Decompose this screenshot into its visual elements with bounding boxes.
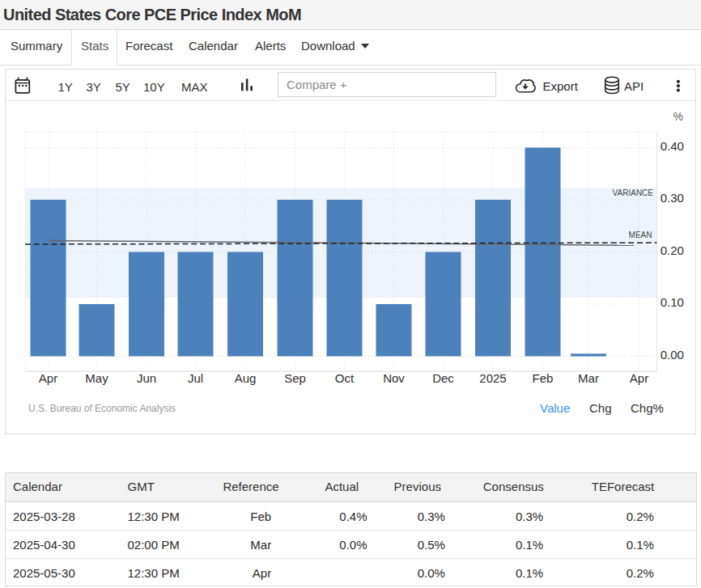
svg-text:Nov: Nov — [383, 371, 405, 385]
svg-text:Jun: Jun — [137, 371, 156, 385]
svg-text:Feb: Feb — [533, 371, 554, 385]
svg-text:Apr: Apr — [39, 371, 57, 385]
svg-text:Aug: Aug — [235, 371, 257, 385]
svg-text:VARIANCE: VARIANCE — [613, 188, 654, 197]
svg-text:0.20: 0.20 — [661, 243, 684, 257]
svg-text:May: May — [85, 371, 108, 385]
svg-text:Mar: Mar — [578, 371, 599, 385]
svg-text:Jul: Jul — [188, 371, 203, 385]
svg-text:2025: 2025 — [479, 371, 506, 385]
svg-text:0.00: 0.00 — [661, 348, 684, 362]
svg-text:Oct: Oct — [335, 371, 355, 385]
svg-text:Sep: Sep — [284, 371, 306, 385]
svg-text:0.10: 0.10 — [661, 295, 684, 309]
svg-text:0.40: 0.40 — [661, 139, 684, 153]
svg-text:%: % — [673, 110, 683, 123]
svg-text:0.30: 0.30 — [661, 191, 684, 205]
svg-text:Apr: Apr — [630, 371, 648, 385]
svg-text:Dec: Dec — [432, 371, 454, 385]
svg-text:MEAN: MEAN — [629, 231, 652, 239]
